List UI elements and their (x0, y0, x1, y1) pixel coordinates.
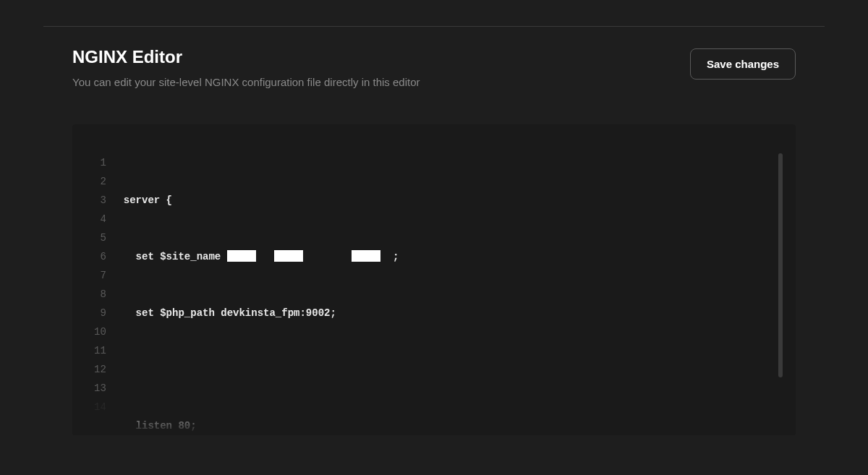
redacted-block (274, 250, 303, 262)
save-button[interactable]: Save changes (690, 48, 796, 80)
redacted-block (227, 250, 256, 262)
code-content[interactable]: server { set $site_name ; set $php_path … (124, 153, 774, 435)
header: NGINX Editor You can edit your site-leve… (0, 27, 868, 88)
line-number-gutter: 1 2 3 4 5 6 7 8 9 10 11 12 13 14 (94, 153, 124, 435)
code-editor[interactable]: 1 2 3 4 5 6 7 8 9 10 11 12 13 14 server … (72, 124, 796, 435)
page-title: NGINX Editor (72, 47, 690, 67)
scrollbar[interactable] (778, 153, 783, 377)
redacted-block (352, 250, 380, 262)
page-subtitle: You can edit your site-level NGINX confi… (72, 76, 690, 88)
